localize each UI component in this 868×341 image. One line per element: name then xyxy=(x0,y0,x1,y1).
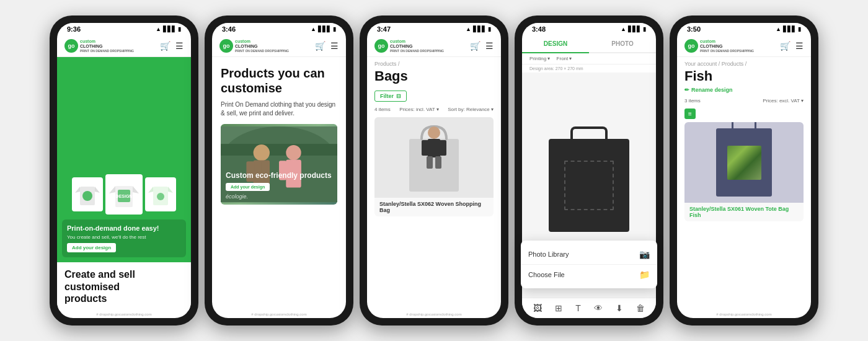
cart-icon[interactable]: 🛒 xyxy=(160,41,170,51)
product-image-5 xyxy=(684,122,804,203)
trash-tool-icon[interactable]: 🗑 xyxy=(636,303,645,313)
logo-1: go customCLOTHING PRINT ON DEMAND DROPSH… xyxy=(64,39,134,53)
phone5-content: Your account / Products / Fish ✏ Rename … xyxy=(677,57,811,311)
filter-button[interactable]: Filter ⊟ xyxy=(374,91,407,102)
rename-link[interactable]: ✏ Rename design xyxy=(684,87,804,93)
status-bar-1: 9:36 ▲ ▋▋▋ ▮ xyxy=(57,23,191,35)
svg-rect-29 xyxy=(439,140,446,156)
tab-photo[interactable]: PHOTO xyxy=(589,35,656,52)
svg-point-21 xyxy=(286,145,301,160)
menu-icon[interactable]: ☰ xyxy=(175,41,184,51)
phone2-content: Products you can customise Print On Dema… xyxy=(212,57,346,311)
phone2-hero-image: Custom eco-friendly products Add your de… xyxy=(221,124,337,205)
nav-bar-3: go customCLOTHING PRINT ON DEMAND DROPSH… xyxy=(367,35,501,57)
time-3: 3:47 xyxy=(377,25,391,33)
svg-point-26 xyxy=(428,126,440,139)
status-icons-4: ▲ ▋▋▋ ▮ xyxy=(621,26,646,32)
phone-5: 3:50 ▲ ▋▋▋ ▮ go customCLOTHING PRINT ON … xyxy=(670,16,818,326)
cart-icon-2[interactable]: 🛒 xyxy=(315,41,326,51)
logo-sub: PRINT ON DEMAND DROPSHIPPING xyxy=(80,49,134,53)
menu-icon-5[interactable]: ☰ xyxy=(795,41,804,51)
sort-label-3: Sort by: Relevance ▾ xyxy=(448,107,494,112)
product-card-5[interactable]: Stanley/Stella SX061 Woven Tote Bag Fish xyxy=(684,122,804,221)
product-name-3: Stanley/Stella SX062 Woven Shopping Bag xyxy=(374,198,494,216)
shirt-3 xyxy=(145,177,176,211)
download-tool-icon[interactable]: ⬇ xyxy=(616,303,623,313)
filter-icon: ⊟ xyxy=(396,93,401,99)
url-bar-1: # dropship.gocustomclothing.com xyxy=(57,311,191,318)
status-icons-3: ▲ ▋▋▋ ▮ xyxy=(466,26,491,32)
phone2-img-btn[interactable]: Add your design xyxy=(226,183,270,191)
phone-4: 3:48 ▲ ▋▋▋ ▮ DESIGN PHOTO Printing ▾ Fro… xyxy=(515,16,663,326)
pencil-icon: ✏ xyxy=(684,87,689,93)
menu-icon-3[interactable]: ☰ xyxy=(485,41,494,51)
phone2-img-heading: Custom eco-friendly products xyxy=(226,171,332,180)
prices-label-5: Prices: excl. VAT ▾ xyxy=(763,98,804,104)
menu-icon-2[interactable]: ☰ xyxy=(330,41,339,51)
items-count-5: 3 items xyxy=(684,98,701,104)
nav-icons-1: 🛒 ☰ xyxy=(160,41,184,51)
time-4: 3:48 xyxy=(532,25,546,33)
status-bar-5: 3:50 ▲ ▋▋▋ ▮ xyxy=(677,23,811,35)
phone-1: 9:36 ▲ ▋▋▋ ▮ go customCLOTHING PRINT ON … xyxy=(50,16,198,326)
status-icons-1: ▲ ▋▋▋ ▮ xyxy=(156,26,181,32)
battery-icon-2: ▮ xyxy=(333,26,336,32)
breadcrumb-3: Products / xyxy=(374,61,494,67)
photo-tool-icon[interactable]: 🖼 xyxy=(533,303,542,313)
svg-marker-5 xyxy=(109,186,115,193)
phone-2: 3:46 ▲ ▋▋▋ ▮ go customCLOTHING PRINT ON … xyxy=(205,16,353,326)
photo-dropdown: Photo Library 📷 Choose File 📁 xyxy=(522,241,656,288)
bottom-heading: Create and sell customised products xyxy=(64,268,184,304)
time-2: 3:46 xyxy=(222,25,236,33)
svg-text:DESIGN: DESIGN xyxy=(116,194,133,198)
ecologie-label: écologie. xyxy=(226,193,332,200)
hero-shirts: DESIGN xyxy=(72,177,176,215)
svg-marker-6 xyxy=(133,186,139,193)
items-count-3: 4 items xyxy=(374,107,391,112)
phone2-heading: Products you can customise xyxy=(221,66,337,95)
list-view-btn[interactable]: ≡ xyxy=(684,108,696,119)
status-icons-2: ▲ ▋▋▋ ▮ xyxy=(311,26,336,32)
shirt-1 xyxy=(72,177,103,211)
hero-text: Print-on-demand done easy! You create an… xyxy=(62,219,186,257)
phone2-desc: Print On Demand clothing that you design… xyxy=(221,100,337,118)
cart-icon-5[interactable]: 🛒 xyxy=(780,41,790,51)
hero-cta-btn[interactable]: Add your design xyxy=(67,243,116,252)
grid-tool-icon[interactable]: ⊞ xyxy=(555,303,562,313)
wifi-icon: ▲ xyxy=(156,26,161,32)
phone3-content: Products / Bags Filter ⊟ 4 items Prices:… xyxy=(367,57,501,311)
items-info-3: 4 items Prices: incl. VAT ▾ Sort by: Rel… xyxy=(374,107,494,112)
svg-marker-10 xyxy=(148,187,153,193)
eye-tool-icon[interactable]: 👁 xyxy=(594,303,603,313)
phone3-heading: Bags xyxy=(374,68,494,84)
tab-design[interactable]: DESIGN xyxy=(522,35,589,53)
wifi-icon-2: ▲ xyxy=(311,26,316,32)
cart-icon-3[interactable]: 🛒 xyxy=(470,41,480,51)
url-bar-3: # dropship.gocustomclothing.com xyxy=(367,311,501,318)
status-icons-5: ▲ ▋▋▋ ▮ xyxy=(776,26,801,32)
svg-point-3 xyxy=(82,191,92,201)
choose-file-icon: 📁 xyxy=(639,270,650,280)
product-card-3[interactable]: Stanley/Stella SX062 Woven Shopping Bag xyxy=(374,117,494,216)
choose-file-item[interactable]: Choose File 📁 xyxy=(522,265,656,285)
hero-tagline: Print-on-demand done easy! xyxy=(67,224,181,232)
status-bar-4: 3:48 ▲ ▋▋▋ ▮ xyxy=(522,23,656,35)
printing-label[interactable]: Printing ▾ xyxy=(529,56,550,61)
nav-bar-5: go customCLOTHING PRINT ON DEMAND DROPSH… xyxy=(677,35,811,57)
shirt-2: DESIGN xyxy=(105,174,143,215)
photo-library-label: Photo Library xyxy=(528,250,569,258)
text-tool-icon[interactable]: T xyxy=(575,303,581,313)
photo-library-item[interactable]: Photo Library 📷 xyxy=(522,244,656,265)
front-label[interactable]: Front ▾ xyxy=(557,56,572,61)
list-toggle[interactable]: ≡ xyxy=(684,107,804,118)
battery-icon: ▮ xyxy=(178,26,181,32)
signal-icon-5: ▋▋▋ xyxy=(783,26,796,32)
logo-circle: go xyxy=(64,39,78,53)
hero-sub: You create and sell, we'll do the rest xyxy=(67,234,181,240)
status-bar-3: 3:47 ▲ ▋▋▋ ▮ xyxy=(367,23,501,35)
phone-3: 3:47 ▲ ▋▋▋ ▮ go customCLOTHING PRINT ON … xyxy=(360,16,508,326)
product-image-3 xyxy=(374,117,494,198)
bag-pocket xyxy=(564,161,614,210)
signal-icon: ▋▋▋ xyxy=(163,26,176,32)
phone2-image-text: Custom eco-friendly products Add your de… xyxy=(226,171,332,200)
